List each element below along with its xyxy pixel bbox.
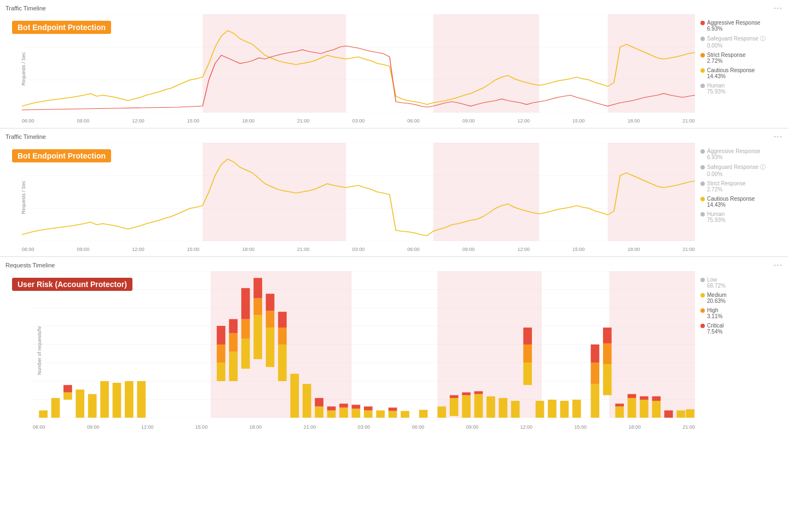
legend-medium-3: Medium 20.63% <box>700 292 783 304</box>
legend-aggressive-2: Aggressive Response 6.93% <box>700 148 783 160</box>
svg-rect-8 <box>202 14 346 113</box>
svg-rect-124 <box>652 396 661 401</box>
svg-rect-59 <box>217 363 225 381</box>
legend-label-cautious-2: Cautious Response <box>707 196 755 202</box>
svg-rect-121 <box>640 400 648 418</box>
panel-header-1: Traffic Timeline ··· <box>0 0 788 14</box>
legend-cautious-1: Cautious Response 14.43% <box>700 67 783 79</box>
legend-pct-strict-2: 2.72% <box>707 186 783 192</box>
legend-dot-human-1 <box>700 84 705 88</box>
svg-rect-76 <box>278 312 287 328</box>
legend-strict-2: Strict Response 2.72% <box>700 180 783 192</box>
panel-header-2: Traffic Timeline ··· <box>0 128 788 143</box>
legend-pct-strict-1: 2.72% <box>707 58 783 64</box>
svg-rect-116 <box>603 328 612 343</box>
svg-rect-81 <box>327 411 336 418</box>
svg-rect-99 <box>474 394 483 418</box>
legend-3: Low 68.72% Medium 20.63% High 3.11% <box>695 271 783 430</box>
svg-rect-52 <box>63 385 72 392</box>
svg-rect-113 <box>591 344 600 363</box>
legend-dot-safeguard-2 <box>700 165 705 169</box>
legend-pct-low-3: 68.72% <box>707 283 783 289</box>
svg-rect-54 <box>88 394 97 418</box>
svg-rect-9 <box>433 14 540 113</box>
legend-low-3: Low 68.72% <box>700 277 783 289</box>
legend-dot-critical-3 <box>700 324 705 328</box>
legend-human-2: Human 75.93% <box>700 211 783 223</box>
legend-pct-medium-3: 20.63% <box>707 298 783 304</box>
svg-rect-74 <box>278 344 287 381</box>
svg-rect-90 <box>389 411 397 418</box>
svg-rect-50 <box>51 398 60 418</box>
svg-rect-53 <box>76 389 84 418</box>
legend-high-3: High 3.11% <box>700 307 783 319</box>
legend-label-high-3: High <box>707 307 719 313</box>
legend-strict-1: Strict Response 2.72% <box>700 52 783 64</box>
svg-rect-122 <box>640 396 648 400</box>
x-axis-1: 06:00 09:00 12:00 15:00 18:00 21:00 03:0… <box>22 118 695 124</box>
svg-rect-49 <box>39 411 48 418</box>
svg-rect-93 <box>419 410 428 418</box>
legend-cautious-2: Cautious Response 14.43% <box>700 196 783 208</box>
bot-endpoint-label-2: Bot Endpoint Protection <box>12 149 111 162</box>
legend-label-critical-3: Critical <box>707 323 724 329</box>
panel-title-1: Traffic Timeline <box>5 5 46 11</box>
x-axis-3: 06:00 09:00 12:00 15:00 18:00 21:00 03:0… <box>33 424 695 430</box>
user-risk-label: User Risk (Account Protector) <box>12 278 132 291</box>
legend-label-strict-2: Strict Response <box>707 180 746 186</box>
legend-dot-cautious-2 <box>700 197 705 201</box>
svg-rect-66 <box>241 319 250 339</box>
legend-pct-cautious-2: 14.43% <box>707 202 783 208</box>
svg-rect-94 <box>437 406 446 418</box>
legend-pct-cautious-1: 14.43% <box>707 73 783 79</box>
svg-rect-111 <box>591 384 600 418</box>
panel-header-3: Requests Timeline ··· <box>0 257 788 271</box>
svg-rect-106 <box>523 328 532 344</box>
svg-rect-104 <box>523 363 532 385</box>
legend-pct-high-3: 3.11% <box>707 313 783 319</box>
legend-safeguard-2: Safeguard Response ⓘ 0.00% <box>700 163 783 177</box>
svg-rect-91 <box>389 407 397 411</box>
legend-dot-strict-2 <box>700 182 705 186</box>
legend-pct-aggressive-2: 6.93% <box>707 154 783 160</box>
svg-rect-80 <box>315 398 323 406</box>
svg-rect-98 <box>462 393 471 395</box>
legend-dot-safeguard-1 <box>700 37 705 41</box>
svg-rect-97 <box>462 395 471 418</box>
svg-rect-55 <box>100 381 109 418</box>
svg-rect-89 <box>376 411 385 418</box>
svg-rect-70 <box>253 278 262 298</box>
chart-svg-2: 3 2 1 0 <box>22 143 695 241</box>
panel-traffic-1: Traffic Timeline ··· Bot Endpoint Protec… <box>0 0 788 128</box>
svg-rect-27 <box>608 143 695 241</box>
legend-label-aggressive-1: Aggressive Response <box>707 20 760 26</box>
legend-label-safeguard-1: Safeguard Response ⓘ <box>707 35 766 43</box>
panel-traffic-2: Traffic Timeline ··· Bot Endpoint Protec… <box>0 128 788 257</box>
svg-rect-101 <box>486 396 495 418</box>
svg-rect-48 <box>609 271 695 418</box>
legend-label-safeguard-2: Safeguard Response ⓘ <box>707 163 766 171</box>
svg-rect-10 <box>608 14 695 113</box>
svg-rect-95 <box>450 398 459 416</box>
legend-dot-low-3 <box>700 278 705 282</box>
svg-rect-96 <box>450 395 459 398</box>
legend-1: Aggressive Response 6.93% Safeguard Resp… <box>695 14 783 124</box>
legend-pct-aggressive-1: 6.93% <box>707 26 783 32</box>
legend-human-1: Human 75.93% <box>700 83 783 95</box>
svg-rect-105 <box>523 344 532 363</box>
svg-rect-120 <box>628 394 636 398</box>
svg-rect-103 <box>511 401 520 418</box>
legend-label-medium-3: Medium <box>707 292 727 298</box>
panel-menu-3[interactable]: ··· <box>774 260 783 270</box>
legend-dot-medium-3 <box>700 293 705 297</box>
legend-dot-high-3 <box>700 308 705 313</box>
svg-rect-118 <box>615 404 624 406</box>
legend-dot-strict-1 <box>700 53 705 57</box>
svg-rect-67 <box>241 288 250 319</box>
panel-menu-1[interactable]: ··· <box>774 3 783 13</box>
svg-rect-126 <box>676 411 685 418</box>
chart-svg-1: 3 2 1 0 1 2 3 <box>22 14 695 113</box>
panel-menu-2[interactable]: ··· <box>774 132 783 142</box>
panel-title-3: Requests Timeline <box>5 262 55 268</box>
svg-rect-82 <box>327 406 336 410</box>
